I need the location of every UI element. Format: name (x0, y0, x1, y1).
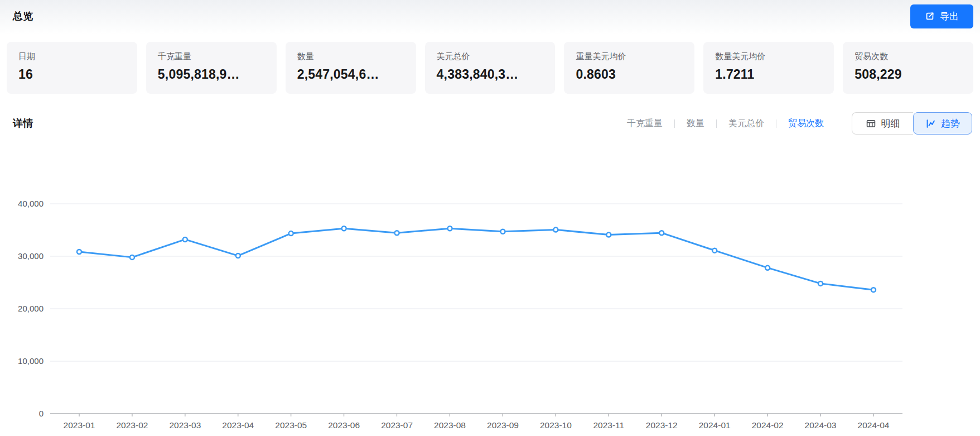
table-icon (866, 118, 876, 129)
y-axis-label: 40,000 (18, 199, 44, 208)
stat-card-usd-avg-by-weight: 重量美元均价 0.8603 (564, 42, 694, 94)
metric-tab-quantity[interactable]: 数量 (687, 118, 704, 130)
y-axis-label: 30,000 (18, 251, 44, 261)
stat-value: 2,547,054,6… (297, 67, 404, 82)
data-point[interactable] (606, 232, 611, 237)
trend-chart-svg[interactable]: 010,00020,00030,00040,0002023-012023-022… (0, 167, 980, 436)
metric-tab-usd-total[interactable]: 美元总价 (728, 118, 764, 130)
view-toggle: 明细 趋势 (852, 112, 972, 135)
x-axis-label: 2024-02 (752, 420, 784, 430)
data-point[interactable] (448, 226, 452, 231)
section-title-detail: 详情 (13, 117, 33, 130)
export-icon (925, 11, 935, 21)
data-point[interactable] (818, 281, 823, 286)
x-axis-label: 2023-03 (169, 420, 201, 430)
metric-tab-trade-count[interactable]: 贸易次数 (788, 118, 824, 130)
stat-label: 数量美元均价 (715, 51, 822, 62)
trend-line (79, 228, 873, 290)
stat-card-usd-total: 美元总价 4,383,840,3… (425, 42, 556, 94)
export-button[interactable]: 导出 (910, 4, 973, 28)
y-axis-label: 20,000 (18, 304, 44, 313)
stat-value: 4,383,840,3… (437, 67, 544, 82)
x-axis-label: 2023-05 (275, 420, 307, 430)
y-axis-label: 10,000 (18, 356, 44, 366)
stat-label: 贸易次数 (855, 51, 962, 62)
stat-label: 美元总价 (437, 51, 544, 62)
data-point[interactable] (712, 248, 717, 253)
x-axis-label: 2023-09 (487, 420, 519, 430)
x-axis-label: 2023-06 (328, 420, 360, 430)
stat-card-date: 日期 16 (7, 42, 137, 94)
stat-label: 数量 (297, 51, 404, 62)
stat-value: 0.8603 (576, 67, 683, 82)
data-point[interactable] (659, 231, 664, 235)
stat-value: 16 (18, 67, 125, 82)
tab-divider (674, 119, 675, 128)
x-axis-label: 2023-07 (381, 420, 413, 430)
x-axis-label: 2024-01 (699, 420, 731, 430)
detail-toolbar: 详情 千克重量 数量 美元总价 贸易次数 明细 (13, 111, 972, 136)
stat-card-kg-weight: 千克重量 5,095,818,9… (146, 42, 277, 94)
data-point[interactable] (500, 229, 505, 234)
stat-label: 重量美元均价 (576, 51, 683, 62)
line-chart-icon (925, 118, 936, 129)
x-axis-label: 2023-10 (540, 420, 572, 430)
metric-tabs: 千克重量 数量 美元总价 贸易次数 (627, 118, 824, 130)
page-title: 总览 (13, 9, 33, 23)
data-point[interactable] (289, 231, 293, 236)
stat-value: 508,229 (855, 67, 962, 82)
trend-view-button[interactable]: 趋势 (913, 112, 972, 135)
data-point[interactable] (183, 237, 187, 242)
data-point[interactable] (342, 226, 346, 231)
x-axis-label: 2023-08 (434, 420, 466, 430)
stat-label: 日期 (18, 51, 125, 62)
y-axis-label: 0 (39, 409, 44, 418)
stat-card-usd-avg-by-quantity: 数量美元均价 1.7211 (703, 42, 834, 94)
x-axis-label: 2024-03 (805, 420, 837, 430)
detail-view-label: 明细 (881, 117, 900, 130)
x-axis-label: 2023-12 (646, 420, 678, 430)
metric-tab-kg-weight[interactable]: 千克重量 (627, 118, 663, 130)
data-point[interactable] (130, 255, 134, 260)
stat-value: 5,095,818,9… (158, 67, 265, 82)
detail-view-button[interactable]: 明细 (852, 112, 913, 135)
data-point[interactable] (395, 231, 399, 235)
page-header: 总览 导出 (13, 3, 973, 29)
trend-chart[interactable]: 010,00020,00030,00040,0002023-012023-022… (0, 167, 980, 436)
x-axis-label: 2023-04 (222, 420, 254, 430)
data-point[interactable] (236, 253, 240, 258)
data-point[interactable] (553, 228, 558, 232)
x-axis-label: 2023-02 (116, 420, 148, 430)
x-axis-label: 2023-01 (64, 420, 95, 430)
data-point[interactable] (765, 266, 770, 270)
data-point[interactable] (77, 250, 81, 254)
trend-view-label: 趋势 (941, 117, 960, 130)
stat-label: 千克重量 (158, 51, 265, 62)
tab-divider (776, 119, 776, 128)
stat-card-trade-count: 贸易次数 508,229 (843, 42, 973, 94)
stat-value: 1.7211 (715, 67, 822, 82)
stat-cards: 日期 16 千克重量 5,095,818,9… 数量 2,547,054,6… … (7, 42, 973, 94)
export-button-label: 导出 (940, 10, 959, 23)
x-axis-label: 2023-11 (593, 420, 624, 430)
stat-card-quantity: 数量 2,547,054,6… (286, 42, 416, 94)
data-point[interactable] (871, 288, 876, 292)
x-axis-label: 2024-04 (858, 420, 890, 430)
tab-divider (716, 119, 717, 128)
